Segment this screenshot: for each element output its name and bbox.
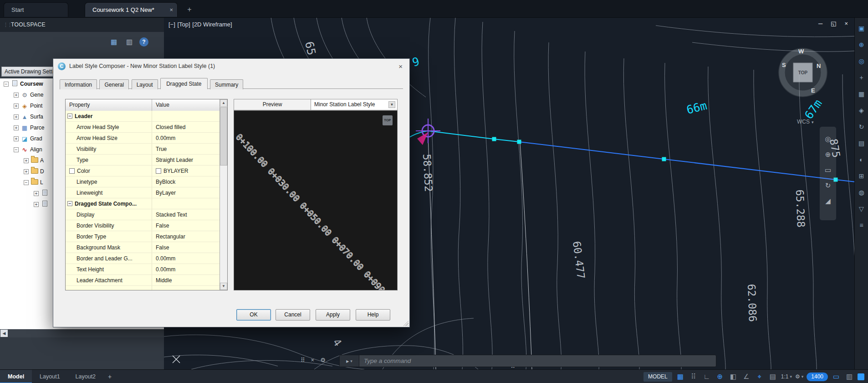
minimize-icon[interactable]: ─ xyxy=(818,20,822,27)
model-space-button[interactable]: MODEL xyxy=(643,372,672,382)
refresh-icon[interactable]: ↻ xyxy=(859,123,864,130)
polar-tracking-toggle[interactable]: ⊕ xyxy=(715,372,725,382)
customize-icon[interactable]: ⚙ xyxy=(320,357,326,363)
settings-gear-control[interactable]: ⚙ ▾ xyxy=(795,373,803,380)
table-row[interactable]: Border Type Rectangular xyxy=(66,231,220,242)
alignment-grip[interactable] xyxy=(492,137,496,141)
table-row[interactable]: Visibility True xyxy=(66,144,220,155)
wcs-caret-icon[interactable]: ▾ xyxy=(812,120,814,124)
expander-icon[interactable]: + xyxy=(34,191,39,196)
table-row[interactable]: Leader Attachment Middle xyxy=(66,275,220,286)
preview-pane[interactable]: 0+100.00 0+030.00 0+050.00 0+070.00 0+09… xyxy=(234,110,398,290)
tab-general[interactable]: General xyxy=(99,79,129,89)
tab-information[interactable]: Information xyxy=(60,79,97,89)
orbit-icon[interactable]: ↻ xyxy=(825,181,831,189)
status-badge[interactable]: 1400 xyxy=(807,373,828,381)
tree-horizontal-scrollbar[interactable]: ◀ xyxy=(0,329,164,337)
navigation-bar[interactable]: ◎ ⊕ ▭ ↻ ◢ xyxy=(820,127,836,220)
alignment-grip[interactable] xyxy=(662,157,666,161)
clean-screen-toggle[interactable] xyxy=(858,373,864,380)
expander-icon[interactable]: + xyxy=(14,125,19,130)
grid-icon[interactable]: ▦ xyxy=(858,90,864,98)
preview-style-select[interactable]: Minor Station Label Style ▼ xyxy=(311,99,398,110)
cancel-button[interactable]: Cancel xyxy=(276,309,310,321)
expander-icon[interactable]: − xyxy=(4,82,9,87)
chevron-down-icon[interactable]: ▼ xyxy=(388,101,395,108)
viewport-minimize-control[interactable]: [−] xyxy=(168,21,175,28)
workspace-icon[interactable]: ▦ xyxy=(108,36,119,47)
wcs-menu[interactable]: WCS xyxy=(797,119,810,125)
scroll-up-icon[interactable]: ▲ xyxy=(220,99,227,107)
collapse-icon[interactable]: − xyxy=(67,201,72,206)
help-icon[interactable]: ? xyxy=(139,37,148,47)
crosshair-icon[interactable]: + xyxy=(859,74,863,81)
columns-icon[interactable]: ▥ xyxy=(124,36,135,47)
window-icon[interactable]: ▣ xyxy=(858,25,864,32)
list-icon[interactable]: ▤ xyxy=(858,140,864,147)
table-row[interactable]: Linetype ByBlock xyxy=(66,176,220,187)
expander-icon[interactable]: + xyxy=(24,169,29,174)
lineweight-toggle[interactable]: ▤ xyxy=(768,372,778,382)
contrast-icon[interactable]: ◐ xyxy=(859,156,863,163)
object-snap-toggle[interactable]: ⌖ xyxy=(755,372,765,382)
close-icon[interactable]: × xyxy=(844,20,848,27)
apply-button[interactable]: Apply xyxy=(316,309,350,321)
alignment-grip[interactable] xyxy=(517,140,521,144)
expander-icon[interactable]: + xyxy=(14,114,19,119)
navwheel-icon[interactable]: ◎ xyxy=(825,135,831,143)
alignment-grips[interactable] xyxy=(492,137,838,182)
viewcube-west[interactable]: W xyxy=(798,48,804,55)
table-row[interactable]: Type Straight Leader xyxy=(66,155,220,166)
viewcube-north[interactable]: N xyxy=(817,62,821,69)
table-row-color[interactable]: Color BYLAYER xyxy=(66,166,220,176)
viewcube[interactable]: TOP W S N E xyxy=(778,48,827,97)
table-row[interactable]: −Dragged State Compo... xyxy=(66,198,220,209)
tab-model[interactable]: Model xyxy=(0,370,32,383)
ortho-mode-toggle[interactable]: ∟ xyxy=(702,372,712,382)
expander-icon[interactable]: + xyxy=(34,202,39,207)
tab-layout2[interactable]: Layout2 xyxy=(68,370,103,383)
new-tab-button[interactable]: + xyxy=(185,5,194,14)
table-row[interactable]: Lineweight ByLayer xyxy=(66,187,220,198)
viewport-visual-style-control[interactable]: [2D Wireframe] xyxy=(192,21,232,28)
preview-viewcube[interactable]: TOP xyxy=(383,115,393,125)
dialog-close-icon[interactable]: × xyxy=(396,62,405,70)
tab-start[interactable]: Start xyxy=(4,2,68,17)
column-header-value[interactable]: Value xyxy=(152,99,220,111)
alignment-line[interactable] xyxy=(519,142,868,183)
tab-summary[interactable]: Summary xyxy=(210,79,243,89)
command-close-icon[interactable]: × xyxy=(311,357,315,363)
viewcube-east[interactable]: E xyxy=(811,87,815,94)
scroll-left-icon[interactable]: ◀ xyxy=(0,330,8,337)
scroll-down-icon[interactable]: ▼ xyxy=(220,283,227,290)
table-row[interactable]: Background Mask False xyxy=(66,242,220,253)
tab-layout[interactable]: Layout xyxy=(132,79,158,89)
collapse-icon[interactable]: − xyxy=(67,114,72,119)
table-row[interactable] xyxy=(66,286,220,290)
viewcube-top-label[interactable]: TOP xyxy=(798,70,808,75)
expander-icon[interactable]: + xyxy=(14,104,19,109)
table-row[interactable]: Arrow Head Size 0.00mm xyxy=(66,133,220,144)
zoom-icon[interactable]: ▭ xyxy=(825,166,831,174)
menu-icon[interactable]: ≡ xyxy=(859,222,863,229)
table-row[interactable]: Display Stacked Text xyxy=(66,209,220,220)
tab-layout1[interactable]: Layout1 xyxy=(32,370,67,383)
table-row[interactable]: Text Height 0.00mm xyxy=(66,264,220,275)
panel-icon[interactable]: ⊞ xyxy=(859,172,864,180)
render-icon[interactable]: ◍ xyxy=(858,189,864,196)
tab-dragged-state[interactable]: Dragged State xyxy=(160,78,207,89)
command-handle-icon[interactable]: ⠿ xyxy=(301,357,305,363)
palette-grip-icon[interactable]: ⋮⋮ xyxy=(3,17,11,32)
column-header-property[interactable]: Property xyxy=(66,99,152,111)
new-layout-button[interactable]: + xyxy=(103,373,116,380)
viewport-view-control[interactable]: [Top] xyxy=(177,21,190,28)
expander-icon[interactable]: + xyxy=(24,158,29,163)
viewcube-south[interactable]: S xyxy=(782,62,786,68)
snap-mode-toggle[interactable]: ⠿ xyxy=(689,372,699,382)
table-row[interactable]: Arrow Head Style Closed filled xyxy=(66,122,220,133)
expander-icon[interactable]: + xyxy=(14,136,19,141)
down-icon[interactable]: ▽ xyxy=(859,205,864,212)
alignment-curve[interactable] xyxy=(394,131,519,148)
command-input[interactable] xyxy=(359,357,716,365)
table-row[interactable]: −Leader xyxy=(66,111,220,122)
